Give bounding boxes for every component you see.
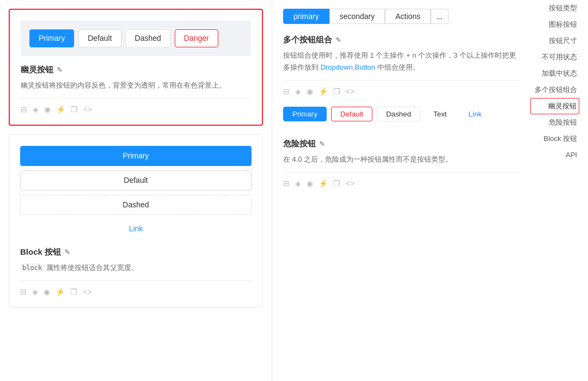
danger-codepen-icon[interactable]: ◉ (307, 179, 313, 188)
multi-section: 多个按钮组合 ✎ 按钮组合使用时，推荐使用 1 个主操作 + n 个次操作，3 … (283, 35, 523, 96)
ghost-code-icon[interactable]: <> (83, 105, 92, 114)
ghost-primary-btn[interactable]: Primary (29, 29, 74, 47)
ghost-title-text: 幽灵按钮 (21, 65, 53, 75)
multi-demo-row: Primary Default Dashed Text Link (283, 107, 523, 121)
block-section-title: Block 按钮 ✎ (20, 247, 252, 257)
ghost-danger-btn[interactable]: Danger (175, 29, 218, 47)
demo-link-btn[interactable]: Link (460, 107, 491, 121)
nav-btn-disabled[interactable]: 不可用状态 (530, 49, 579, 65)
ghost-section-card: Primary Default Dashed Danger 幽灵按钮 ✎ 幽灵按… (9, 9, 263, 126)
danger-edit-icon[interactable]: ✎ (319, 140, 325, 148)
multi-desc-link[interactable]: Dropdown.Button (321, 63, 375, 71)
tab-more[interactable]: ... (431, 9, 449, 24)
block-toolbar: ⊟ ◈ ◉ ⚡ ❐ <> (20, 280, 252, 296)
block-edit-icon[interactable]: ✎ (64, 248, 70, 256)
danger-copy2-icon[interactable]: ❐ (333, 179, 340, 188)
main-layout: Primary Default Dashed Danger 幽灵按钮 ✎ 幽灵按… (0, 0, 588, 381)
ghost-toolbar: ⊟ ◈ ◉ ⚡ ❐ <> (21, 98, 251, 114)
block-title-text: Block 按钮 (20, 247, 61, 257)
demo-primary-btn[interactable]: Primary (283, 107, 327, 121)
ghost-codepen-icon[interactable]: ◉ (44, 105, 51, 114)
ghost-copy2-icon[interactable]: ❐ (71, 105, 78, 114)
ghost-button-preview-row: Primary Default Dashed Danger (21, 21, 251, 56)
tab-actions[interactable]: Actions (385, 9, 431, 24)
nav-btn-api[interactable]: API (530, 147, 579, 163)
block-section-card: Primary Default Dashed Link Block 按钮 ✎ b… (9, 134, 263, 308)
danger-copy-icon[interactable]: ⊟ (283, 179, 290, 188)
multi-sandbox-icon[interactable]: ◈ (295, 87, 301, 96)
multi-edit-icon[interactable]: ✎ (335, 36, 341, 44)
nav-btn-type[interactable]: 按钮类型 (530, 0, 579, 16)
multi-toolbar: ⊟ ◈ ◉ ⚡ ❐ <> (283, 80, 523, 96)
block-lightning-icon[interactable]: ⚡ (56, 287, 65, 296)
block-dashed-btn[interactable]: Dashed (20, 195, 252, 215)
nav-btn-multi[interactable]: 多个按钮组合 (530, 82, 579, 98)
block-codepen-icon[interactable]: ◉ (44, 287, 50, 296)
right-main-content: 多个按钮组合 ✎ 按钮组合使用时，推荐使用 1 个主操作 + n 个次操作，3 … (283, 35, 523, 188)
nav-btn-danger[interactable]: 危险按钮 (530, 114, 579, 131)
multi-section-desc: 按钮组合使用时，推荐使用 1 个主操作 + n 个次操作，3 个以上操作时把更多… (283, 50, 523, 73)
tab-primary[interactable]: primary (283, 9, 329, 24)
block-code-tag: block (20, 263, 44, 272)
block-desc-text: 属性将使按钮适合其父宽度。 (46, 263, 138, 272)
danger-title-text: 危险按钮 (283, 139, 316, 149)
block-copy2-icon[interactable]: ❐ (70, 287, 77, 296)
ghost-section-title: 幽灵按钮 ✎ (21, 65, 251, 75)
multi-section-title: 多个按钮组合 ✎ (283, 35, 523, 45)
block-link-btn[interactable]: Link (20, 219, 252, 238)
block-copy-icon[interactable]: ⊟ (20, 287, 27, 296)
danger-section-title: 危险按钮 ✎ (283, 139, 523, 149)
multi-code-icon[interactable]: <> (346, 87, 354, 96)
tab-secondary[interactable]: secondary (329, 9, 385, 24)
multi-desc-part2: 中组合使用。 (377, 63, 420, 71)
demo-text-btn[interactable]: Text (425, 107, 455, 121)
demo-dashed-btn[interactable]: Dashed (377, 107, 420, 121)
block-code-icon[interactable]: <> (83, 287, 91, 296)
multi-lightning-icon[interactable]: ⚡ (318, 87, 328, 96)
ghost-edit-icon[interactable]: ✎ (57, 66, 63, 74)
danger-sandbox-icon[interactable]: ◈ (295, 179, 301, 188)
right-panel: primary secondary Actions ... 多个按钮组合 ✎ 按… (272, 0, 588, 381)
danger-code-icon[interactable]: <> (346, 179, 354, 188)
multi-codepen-icon[interactable]: ◉ (307, 87, 313, 96)
block-default-btn[interactable]: Default (20, 170, 252, 190)
ghost-default-btn[interactable]: Default (78, 29, 121, 47)
danger-section: 危险按钮 ✎ 在 4.0 之后，危险成为一种按钮属性而不是按钮类型。 ⊟ ◈ ◉… (283, 139, 523, 188)
ghost-section-desc: 幽灵按钮将按钮的内容反色，背景变为透明，常用在有色背景上。 (21, 79, 251, 91)
demo-danger-outline-btn[interactable]: Default (331, 107, 372, 121)
nav-btn-icon[interactable]: 图标按钮 (530, 16, 579, 33)
ghost-lightning-icon[interactable]: ⚡ (56, 105, 65, 114)
sidebar-nav: 按钮类型 图标按钮 按钮尺寸 不可用状态 加载中状态 多个按钮组合 幽灵按钮 危… (530, 0, 579, 163)
danger-toolbar: ⊟ ◈ ◉ ⚡ ❐ <> (283, 172, 523, 188)
multi-title-text: 多个按钮组合 (283, 35, 332, 45)
danger-section-desc: 在 4.0 之后，危险成为一种按钮属性而不是按钮类型。 (283, 153, 523, 165)
left-panel: Primary Default Dashed Danger 幽灵按钮 ✎ 幽灵按… (0, 0, 272, 381)
nav-btn-block[interactable]: Block 按钮 (530, 131, 579, 147)
block-section-desc: block 属性将使按钮适合其父宽度。 (20, 262, 252, 274)
ghost-dashed-btn[interactable]: Dashed (126, 29, 170, 47)
nav-btn-size[interactable]: 按钮尺寸 (530, 33, 579, 49)
multi-copy2-icon[interactable]: ❐ (333, 87, 340, 96)
ghost-sandbox-icon[interactable]: ◈ (33, 105, 39, 114)
danger-lightning-icon[interactable]: ⚡ (318, 179, 328, 188)
multi-copy-icon[interactable]: ⊟ (283, 87, 290, 96)
block-primary-btn[interactable]: Primary (20, 146, 252, 166)
nav-btn-ghost[interactable]: 幽灵按钮 (530, 98, 579, 114)
ghost-copy-icon[interactable]: ⊟ (21, 105, 27, 114)
block-sandbox-icon[interactable]: ◈ (32, 287, 38, 296)
nav-btn-loading[interactable]: 加载中状态 (530, 65, 579, 82)
